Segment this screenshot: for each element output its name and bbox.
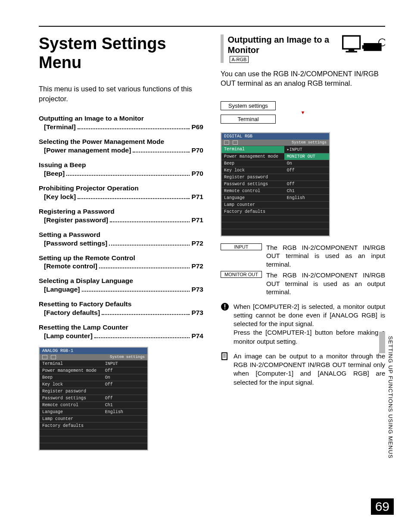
section-accent-bar [221, 34, 224, 63]
toc-item: Selecting the Power Management Mode[Powe… [39, 138, 203, 154]
toc-item: Setting a Password[Password settings]P72 [39, 231, 203, 247]
intro-text: This menu is used to set various functio… [39, 84, 203, 103]
argb-badge: A-RGB [230, 56, 249, 63]
nav-path: System settings ▼ Terminal [221, 101, 385, 124]
menu-banner: DIGITAL RGB [221, 133, 329, 140]
toc-item: Setting up the Remote Control[Remote con… [39, 254, 203, 271]
left-menu-screenshot: ANALOG RGB-1 System settings TerminalINP… [39, 347, 148, 451]
nav-arrow-down-icon: ▼ [221, 110, 385, 115]
svg-rect-1 [349, 49, 354, 51]
page-title: System Settings Menu [39, 34, 203, 72]
toc-item: Outputting an Image to a Monitor[Termina… [39, 115, 203, 131]
svg-rect-2 [346, 51, 357, 52]
toc-item: Selecting a Display Language[Language]P7… [39, 277, 203, 293]
svg-rect-7 [224, 304, 225, 308]
page-number: 69 [371, 498, 394, 515]
toc-item: Resetting to Factory Defaults[Factory de… [39, 300, 203, 317]
svg-point-4 [379, 39, 385, 46]
right-menu-screenshot: DIGITAL RGB System settings Terminal▸INP… [221, 132, 330, 236]
nav-top-box: System settings [221, 101, 276, 110]
definition-row: MONITOR OUTThe RGB IN-2/COMPONENT IN/RGB… [221, 271, 385, 296]
svg-rect-5 [362, 45, 364, 49]
svg-rect-0 [343, 36, 360, 49]
side-marker [379, 332, 385, 353]
definition-row: INPUTThe RGB IN-2/COMPONENT IN/RGB OUT t… [221, 243, 385, 269]
svg-rect-9 [222, 353, 227, 360]
document-icon [221, 352, 229, 362]
toc-item: Issuing a Beep[Beep]P70 [39, 161, 203, 177]
note-2: An image can be output to a monitor thro… [234, 352, 385, 387]
svg-rect-8 [224, 308, 225, 309]
menu-tabbar: System settings [221, 140, 329, 146]
definitions: INPUTThe RGB IN-2/COMPONENT IN/RGB OUT t… [221, 243, 385, 296]
menu-banner: ANALOG RGB-1 [40, 348, 147, 354]
side-tab-label: SETTING UP FUNCTIONS USING MENUS [387, 336, 394, 459]
nav-bottom-box: Terminal [221, 115, 276, 124]
toc-item: Resetting the Lamp Counter[Lamp counter]… [39, 324, 203, 340]
lead-paragraph: You can use the RGB IN-2/COMPONENT IN/RG… [221, 69, 385, 88]
note-1: When [COMPUTER-2] is selected, a monitor… [234, 302, 385, 346]
toc-item: Prohibiting Projector Operation[Key lock… [39, 184, 203, 201]
section-heading: Outputting an Image to a Monitor [228, 34, 338, 55]
menu-tabbar: System settings [40, 354, 147, 360]
table-of-contents: Outputting an Image to a Monitor[Termina… [39, 115, 203, 340]
monitor-projector-icon [342, 34, 385, 58]
toc-item: Registering a Password[Register password… [39, 208, 203, 224]
alert-icon [221, 302, 229, 313]
